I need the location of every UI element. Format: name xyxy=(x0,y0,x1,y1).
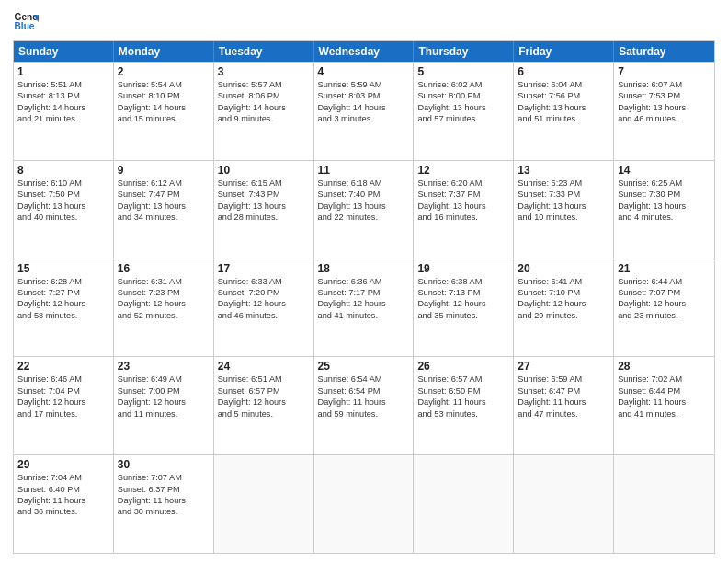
calendar-cell xyxy=(614,455,714,553)
weekday-header: Wednesday xyxy=(314,41,415,62)
calendar-cell: 4Sunrise: 5:59 AM Sunset: 8:03 PM Daylig… xyxy=(314,63,415,160)
weekday-header: Friday xyxy=(514,41,614,62)
day-number: 12 xyxy=(417,164,509,177)
day-number: 1 xyxy=(17,65,109,78)
day-info: Sunrise: 6:15 AM Sunset: 7:43 PM Dayligh… xyxy=(218,178,310,224)
day-info: Sunrise: 5:59 AM Sunset: 8:03 PM Dayligh… xyxy=(318,79,410,125)
day-number: 19 xyxy=(417,262,509,275)
weekday-header: Tuesday xyxy=(214,41,314,62)
day-number: 11 xyxy=(318,164,410,177)
weekday-header: Monday xyxy=(114,41,214,62)
day-info: Sunrise: 6:49 AM Sunset: 7:00 PM Dayligh… xyxy=(118,373,210,419)
day-number: 15 xyxy=(17,262,109,275)
day-info: Sunrise: 6:44 AM Sunset: 7:07 PM Dayligh… xyxy=(618,276,711,322)
weekday-header: Saturday xyxy=(614,41,714,62)
calendar: SundayMondayTuesdayWednesdayThursdayFrid… xyxy=(13,40,715,554)
day-number: 22 xyxy=(17,360,109,373)
day-number: 14 xyxy=(618,164,711,177)
calendar-body: 1Sunrise: 5:51 AM Sunset: 8:13 PM Daylig… xyxy=(14,62,714,553)
calendar-week: 8Sunrise: 6:10 AM Sunset: 7:50 PM Daylig… xyxy=(14,160,714,259)
logo: General Blue xyxy=(13,9,39,35)
calendar-week: 1Sunrise: 5:51 AM Sunset: 8:13 PM Daylig… xyxy=(14,62,714,160)
calendar-week: 22Sunrise: 6:46 AM Sunset: 7:04 PM Dayli… xyxy=(14,356,714,454)
day-number: 23 xyxy=(118,360,210,373)
calendar-cell: 27Sunrise: 6:59 AM Sunset: 6:47 PM Dayli… xyxy=(514,357,614,454)
calendar-cell xyxy=(414,455,514,553)
day-info: Sunrise: 6:10 AM Sunset: 7:50 PM Dayligh… xyxy=(17,178,109,224)
day-info: Sunrise: 5:51 AM Sunset: 8:13 PM Dayligh… xyxy=(17,79,109,125)
day-info: Sunrise: 7:07 AM Sunset: 6:37 PM Dayligh… xyxy=(118,472,210,518)
calendar-cell: 11Sunrise: 6:18 AM Sunset: 7:40 PM Dayli… xyxy=(314,161,415,259)
day-number: 18 xyxy=(318,262,410,275)
calendar-cell: 18Sunrise: 6:36 AM Sunset: 7:17 PM Dayli… xyxy=(314,259,415,357)
day-number: 20 xyxy=(518,262,609,275)
weekday-header: Thursday xyxy=(414,41,514,62)
day-number: 6 xyxy=(518,65,609,78)
calendar-cell: 30Sunrise: 7:07 AM Sunset: 6:37 PM Dayli… xyxy=(114,455,214,553)
day-info: Sunrise: 6:38 AM Sunset: 7:13 PM Dayligh… xyxy=(417,276,509,322)
calendar-cell: 22Sunrise: 6:46 AM Sunset: 7:04 PM Dayli… xyxy=(14,357,114,454)
day-number: 26 xyxy=(417,360,509,373)
day-info: Sunrise: 6:41 AM Sunset: 7:10 PM Dayligh… xyxy=(518,276,609,322)
calendar-cell: 5Sunrise: 6:02 AM Sunset: 8:00 PM Daylig… xyxy=(414,63,514,160)
day-number: 13 xyxy=(518,164,609,177)
calendar-cell: 16Sunrise: 6:31 AM Sunset: 7:23 PM Dayli… xyxy=(114,259,214,357)
day-number: 8 xyxy=(17,164,109,177)
calendar-cell: 19Sunrise: 6:38 AM Sunset: 7:13 PM Dayli… xyxy=(414,259,514,357)
calendar-cell: 17Sunrise: 6:33 AM Sunset: 7:20 PM Dayli… xyxy=(214,259,314,357)
day-info: Sunrise: 6:07 AM Sunset: 7:53 PM Dayligh… xyxy=(618,79,711,125)
calendar-cell: 23Sunrise: 6:49 AM Sunset: 7:00 PM Dayli… xyxy=(114,357,214,454)
calendar-cell: 6Sunrise: 6:04 AM Sunset: 7:56 PM Daylig… xyxy=(514,63,614,160)
calendar-cell: 28Sunrise: 7:02 AM Sunset: 6:44 PM Dayli… xyxy=(614,357,714,454)
calendar-cell: 25Sunrise: 6:54 AM Sunset: 6:54 PM Dayli… xyxy=(314,357,415,454)
day-number: 4 xyxy=(318,65,410,78)
weekday-header: Sunday xyxy=(14,41,114,62)
calendar-header: SundayMondayTuesdayWednesdayThursdayFrid… xyxy=(14,41,714,62)
day-info: Sunrise: 6:18 AM Sunset: 7:40 PM Dayligh… xyxy=(318,178,410,224)
day-info: Sunrise: 6:33 AM Sunset: 7:20 PM Dayligh… xyxy=(218,276,310,322)
day-info: Sunrise: 6:54 AM Sunset: 6:54 PM Dayligh… xyxy=(318,373,410,419)
calendar-cell xyxy=(214,455,314,553)
day-info: Sunrise: 6:23 AM Sunset: 7:33 PM Dayligh… xyxy=(518,178,609,224)
day-number: 5 xyxy=(417,65,509,78)
day-info: Sunrise: 6:31 AM Sunset: 7:23 PM Dayligh… xyxy=(118,276,210,322)
day-info: Sunrise: 7:04 AM Sunset: 6:40 PM Dayligh… xyxy=(17,472,109,518)
calendar-cell xyxy=(314,455,415,553)
calendar-cell: 8Sunrise: 6:10 AM Sunset: 7:50 PM Daylig… xyxy=(14,161,114,259)
day-number: 30 xyxy=(118,458,210,471)
day-info: Sunrise: 6:46 AM Sunset: 7:04 PM Dayligh… xyxy=(17,373,109,419)
calendar-cell: 14Sunrise: 6:25 AM Sunset: 7:30 PM Dayli… xyxy=(614,161,714,259)
calendar-cell: 15Sunrise: 6:28 AM Sunset: 7:27 PM Dayli… xyxy=(14,259,114,357)
calendar-cell: 21Sunrise: 6:44 AM Sunset: 7:07 PM Dayli… xyxy=(614,259,714,357)
day-number: 16 xyxy=(118,262,210,275)
day-info: Sunrise: 6:51 AM Sunset: 6:57 PM Dayligh… xyxy=(218,373,310,419)
day-info: Sunrise: 6:59 AM Sunset: 6:47 PM Dayligh… xyxy=(518,373,609,419)
logo-icon: General Blue xyxy=(13,9,39,35)
calendar-cell: 13Sunrise: 6:23 AM Sunset: 7:33 PM Dayli… xyxy=(514,161,614,259)
day-number: 3 xyxy=(218,65,310,78)
calendar-cell: 1Sunrise: 5:51 AM Sunset: 8:13 PM Daylig… xyxy=(14,63,114,160)
day-number: 28 xyxy=(618,360,711,373)
day-info: Sunrise: 6:28 AM Sunset: 7:27 PM Dayligh… xyxy=(17,276,109,322)
day-info: Sunrise: 6:12 AM Sunset: 7:47 PM Dayligh… xyxy=(118,178,210,224)
svg-text:Blue: Blue xyxy=(15,21,35,31)
day-number: 25 xyxy=(318,360,410,373)
day-number: 27 xyxy=(518,360,609,373)
day-info: Sunrise: 5:54 AM Sunset: 8:10 PM Dayligh… xyxy=(118,79,210,125)
day-info: Sunrise: 5:57 AM Sunset: 8:06 PM Dayligh… xyxy=(218,79,310,125)
calendar-cell: 24Sunrise: 6:51 AM Sunset: 6:57 PM Dayli… xyxy=(214,357,314,454)
day-number: 2 xyxy=(118,65,210,78)
page: General Blue SundayMondayTuesdayWednesda… xyxy=(0,0,728,563)
day-number: 24 xyxy=(218,360,310,373)
calendar-cell: 10Sunrise: 6:15 AM Sunset: 7:43 PM Dayli… xyxy=(214,161,314,259)
calendar-week: 15Sunrise: 6:28 AM Sunset: 7:27 PM Dayli… xyxy=(14,259,714,357)
day-number: 10 xyxy=(218,164,310,177)
calendar-cell: 9Sunrise: 6:12 AM Sunset: 7:47 PM Daylig… xyxy=(114,161,214,259)
calendar-cell: 2Sunrise: 5:54 AM Sunset: 8:10 PM Daylig… xyxy=(114,63,214,160)
day-number: 7 xyxy=(618,65,711,78)
day-number: 29 xyxy=(17,458,109,471)
day-number: 9 xyxy=(118,164,210,177)
day-info: Sunrise: 6:36 AM Sunset: 7:17 PM Dayligh… xyxy=(318,276,410,322)
day-info: Sunrise: 6:02 AM Sunset: 8:00 PM Dayligh… xyxy=(417,79,509,125)
day-info: Sunrise: 7:02 AM Sunset: 6:44 PM Dayligh… xyxy=(618,373,711,419)
